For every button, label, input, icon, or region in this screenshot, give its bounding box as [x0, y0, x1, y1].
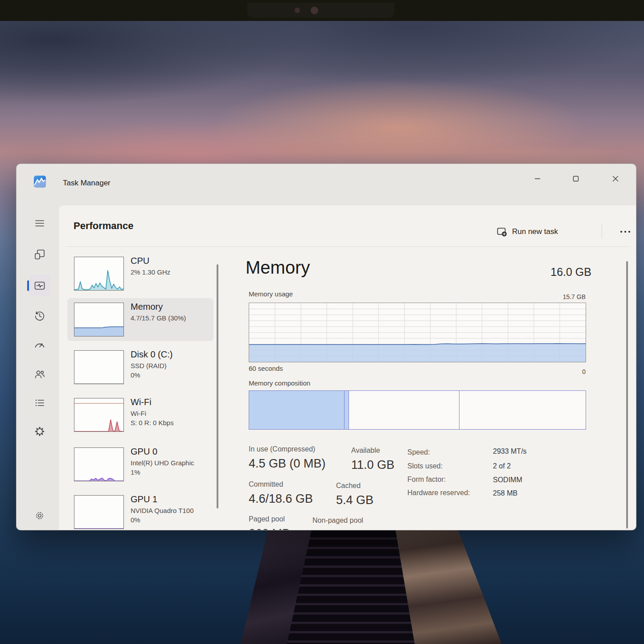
detail-hw-reserved-value: 258 MB	[493, 489, 517, 497]
gpu0-mini-chart	[74, 447, 124, 481]
perf-item-sub: Intel(R) UHD Graphic	[131, 458, 212, 468]
memory-composition-segment-free[interactable]	[459, 391, 586, 429]
maximize-button[interactable]	[566, 171, 586, 186]
detail-form-factor-label: Form factor:	[407, 476, 446, 484]
wifi-mini-chart	[74, 398, 124, 432]
laptop-bezel	[0, 0, 644, 21]
task-manager-app-icon	[34, 176, 46, 188]
perf-item-sub2: 0%	[131, 370, 212, 380]
perf-item-title: GPU 1	[131, 494, 212, 505]
sidebar-item-details[interactable]	[29, 392, 50, 414]
perf-item-title: Disk 0 (C:)	[131, 349, 212, 360]
memory-mini-chart	[74, 303, 124, 336]
stat-cached: Cached 5.4 GB	[336, 482, 373, 507]
memory-usage-max: 15.7 GB	[507, 293, 586, 300]
sidebar-item-app-history[interactable]	[29, 305, 50, 327]
x-axis-right-label: 0	[542, 368, 586, 375]
stat-paged-pool: Paged pool 360 MB	[249, 515, 290, 530]
perf-list-scrollbar[interactable]	[217, 264, 218, 509]
perf-item-gpu1[interactable]: GPU 1 NVIDIA Quadro T100 0%	[67, 491, 213, 530]
perf-item-sub: SSD (RAID)	[131, 361, 212, 370]
page-title: Performance	[74, 220, 134, 232]
detail-form-factor-value: SODIMM	[493, 476, 522, 484]
memory-composition-bar	[249, 390, 586, 430]
perf-item-sub: NVIDIA Quadro T100	[131, 506, 212, 515]
stat-non-paged-pool: Non-paged pool 564 MB	[312, 517, 363, 530]
x-axis-left-label: 60 seconds	[249, 365, 283, 372]
task-manager-window: Task Manager	[16, 164, 636, 530]
perf-item-wifi[interactable]: Wi-Fi Wi-Fi S: 0 R: 0 Kbps	[67, 394, 213, 436]
settings-gear-icon[interactable]	[29, 505, 50, 526]
detail-slots-label: Slots used:	[407, 462, 443, 470]
header-separator	[602, 224, 602, 238]
memory-composition-label: Memory composition	[249, 379, 310, 387]
run-new-task-icon	[496, 226, 507, 237]
camera-notch	[247, 3, 394, 18]
perf-item-title: CPU	[131, 256, 212, 266]
stat-committed: Committed 4.6/18.6 GB	[249, 480, 313, 506]
memory-usage-chart	[249, 303, 586, 362]
sidebar-item-services[interactable]	[29, 421, 50, 442]
sidebar-item-startup-apps[interactable]	[29, 335, 50, 356]
sidebar-item-processes[interactable]	[29, 244, 50, 265]
minimize-button[interactable]	[527, 171, 548, 186]
memory-usage-label: Memory usage	[249, 290, 293, 298]
menu-icon[interactable]	[29, 213, 50, 234]
camera-led	[295, 8, 300, 13]
perf-item-sub: 4.7/15.7 GB (30%)	[131, 313, 212, 323]
wallpaper-pier	[241, 530, 513, 644]
detail-speed-label: Speed:	[407, 448, 430, 456]
detail-hw-reserved-label: Hardware reserved:	[407, 489, 470, 497]
main-panel-scrollbar[interactable]	[626, 261, 628, 529]
perf-item-title: Memory	[131, 302, 212, 312]
run-new-task-label: Run new task	[512, 227, 558, 236]
stat-available: Available 11.0 GB	[351, 447, 394, 472]
disk-mini-chart	[74, 350, 124, 384]
perf-item-sub: Wi-Fi	[131, 409, 212, 418]
run-new-task-button[interactable]: Run new task	[496, 223, 558, 240]
perf-item-cpu[interactable]: CPU 2% 1.30 GHz	[67, 252, 213, 295]
gpu1-mini-chart	[74, 495, 124, 529]
detail-slots-value: 2 of 2	[493, 462, 511, 470]
webcam-lens	[311, 7, 318, 14]
memory-panel-title: Memory	[246, 258, 310, 278]
memory-composition-segment-standby[interactable]	[349, 391, 459, 429]
perf-item-disk[interactable]: Disk 0 (C:) SSD (RAID) 0%	[67, 346, 213, 389]
stat-in-use: In use (Compressed) 4.5 GB (0 MB)	[249, 445, 326, 471]
perf-item-sub2: 1%	[131, 468, 212, 477]
perf-item-title: Wi-Fi	[131, 397, 212, 407]
sidebar-item-users[interactable]	[29, 364, 50, 385]
perf-item-sub2: 0%	[131, 515, 212, 525]
header-divider	[66, 246, 630, 247]
sidebar-item-performance[interactable]	[29, 275, 50, 296]
memory-total: 16.0 GB	[484, 266, 591, 279]
memory-composition-segment-modified[interactable]	[345, 391, 349, 429]
cpu-mini-chart	[74, 257, 124, 291]
window-title: Task Manager	[63, 179, 111, 188]
perf-item-memory[interactable]: Memory 4.7/15.7 GB (30%)	[67, 298, 213, 341]
more-options-button[interactable]	[615, 223, 636, 240]
perf-item-sub2: S: 0 R: 0 Kbps	[131, 418, 212, 427]
memory-composition-segment-in-use[interactable]	[249, 391, 345, 429]
perf-item-sub: 2% 1.30 GHz	[131, 267, 212, 277]
perf-item-gpu0[interactable]: GPU 0 Intel(R) UHD Graphic 1%	[67, 443, 213, 486]
detail-speed-value: 2933 MT/s	[493, 447, 527, 455]
perf-item-title: GPU 0	[131, 447, 212, 457]
close-button[interactable]	[605, 171, 626, 186]
